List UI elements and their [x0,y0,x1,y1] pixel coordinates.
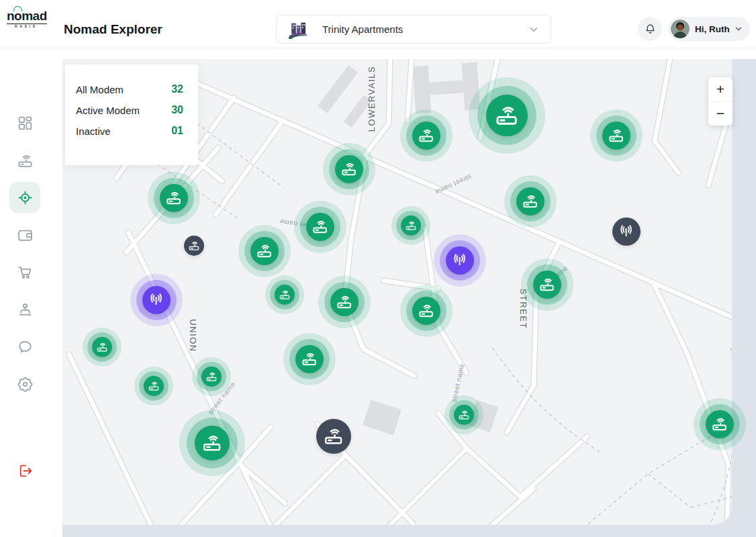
antenna-icon [142,286,171,314]
page-title: Nomad Explorer [64,22,162,37]
map-canvas[interactable]: LOWERVAILSUNIONSTREETstreet namestreet n… [62,59,756,537]
modem-icon [184,236,204,256]
zoom-in-button[interactable]: + [708,77,733,102]
stat-value: 32 [171,83,183,95]
brand-logo: nomad OASIS [7,9,46,28]
logout-icon [17,462,34,479]
stat-label: Inactive [76,126,111,137]
modem-icon [92,337,112,357]
modem-icon [335,155,363,183]
sidebar [0,48,50,537]
network-icon [17,301,34,318]
modem-icon [486,95,528,136]
user-menu[interactable]: Hi, Ruth [668,17,750,41]
stat-row: Inactive01 [76,125,183,137]
stat-value: 01 [171,125,183,137]
chevron-down-icon [528,23,540,36]
modem-icon [160,184,188,212]
sidebar-item-orders[interactable] [9,256,40,287]
modem-icon [533,271,561,299]
chevron-down-icon [734,24,743,34]
sidebar-item-map-locator[interactable] [9,182,40,213]
modem-icon [250,237,279,265]
property-selector-value: Trinity Apartments [322,23,403,35]
modem-icon [144,376,164,396]
bell-icon [644,23,657,36]
modem-icon [195,426,230,460]
sidebar-item-wallet[interactable] [9,219,40,250]
modem-icon [201,367,222,387]
modem-icon [516,187,545,215]
zoom-out-button[interactable]: − [708,102,733,126]
header: nomad OASIS Nomad Explorer Trinity Apart… [0,0,756,48]
modem-icon [401,215,421,236]
stat-row: All Modem32 [76,83,183,95]
map-zoom-control: + − [708,77,733,126]
modem-icon [330,288,359,316]
modem-icon [706,410,734,438]
chat-icon [17,338,34,355]
property-selector-dropdown[interactable]: Trinity Apartments [276,15,551,44]
modem-stats-card: All Modem32Active Modem30Inactive01 [65,64,198,165]
notifications-button[interactable] [638,17,662,41]
modem-icon [295,345,324,373]
antenna-icon [446,246,474,275]
sidebar-item-dashboard[interactable] [9,107,40,138]
stat-label: All Modem [76,84,124,95]
stat-value: 30 [171,104,183,116]
antenna-icon [612,217,641,246]
modem-icon [17,152,34,169]
sidebar-item-messages[interactable] [9,331,40,362]
avatar [671,19,690,38]
logo-wifi-arc-icon: o [14,9,21,23]
stat-row: Active Modem30 [76,104,183,116]
sidebar-item-logout[interactable] [9,455,40,486]
gear-icon [17,376,34,393]
logo-subtitle: OASIS [7,25,46,28]
dashboard-icon [17,115,34,132]
modem-icon [275,285,295,305]
wallet-icon [17,227,34,244]
modem-icon [412,297,440,325]
target-icon [17,189,34,206]
modem-icon [412,121,440,150]
sidebar-item-modems[interactable] [9,145,40,176]
modem-icon [454,405,474,425]
sidebar-item-settings[interactable] [9,369,40,399]
modem-icon [306,213,334,241]
modem-icon [316,419,351,454]
modem-icon [602,121,630,150]
buildings-icon [287,20,309,39]
sidebar-item-network[interactable] [9,294,40,325]
user-greeting: Hi, Ruth [695,24,730,34]
cart-icon [17,264,34,281]
stat-label: Active Modem [76,105,140,116]
